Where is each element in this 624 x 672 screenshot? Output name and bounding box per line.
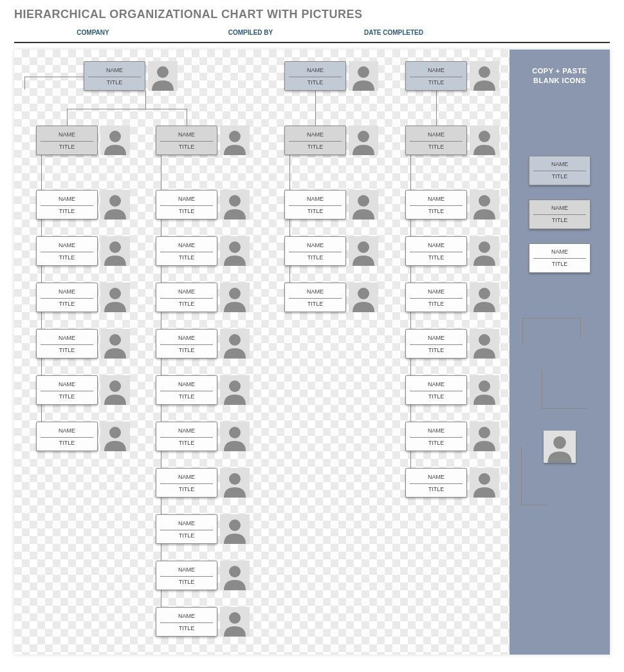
- card-name-field[interactable]: NAME: [410, 196, 463, 206]
- card-title-field[interactable]: TITLE: [59, 301, 75, 307]
- employee-card[interactable]: NAME TITLE: [156, 514, 217, 544]
- card-title-field[interactable]: TITLE: [428, 486, 445, 492]
- card-title-field[interactable]: TITLE: [59, 393, 75, 400]
- blank-avatar-icon[interactable]: [544, 431, 576, 463]
- manager-card[interactable]: NAME TITLE: [36, 126, 98, 155]
- card-title-field[interactable]: TITLE: [307, 208, 324, 214]
- card-title-field[interactable]: TITLE: [59, 440, 75, 446]
- employee-card[interactable]: NAME TITLE: [36, 375, 98, 405]
- card-name-field[interactable]: NAME: [410, 242, 463, 252]
- card-name-field[interactable]: NAME: [289, 288, 342, 299]
- card-name-field[interactable]: NAME: [41, 131, 93, 142]
- card-name-field[interactable]: NAME: [160, 242, 213, 252]
- card-title-field[interactable]: TITLE: [428, 144, 445, 150]
- header-company[interactable]: COMPANY: [14, 29, 172, 42]
- employee-card[interactable]: NAME TITLE: [36, 190, 98, 219]
- card-name-field[interactable]: NAME: [410, 381, 463, 391]
- card-name-field[interactable]: NAME: [41, 288, 93, 299]
- card-name-field[interactable]: NAME: [160, 381, 213, 391]
- card-title-field[interactable]: TITLE: [179, 393, 195, 400]
- header-date-completed[interactable]: DATE COMPLETED: [329, 29, 458, 42]
- card-name-field[interactable]: NAME: [289, 196, 342, 206]
- employee-card[interactable]: NAME TITLE: [156, 561, 217, 590]
- card-name-field[interactable]: NAME: [160, 131, 213, 142]
- header-compiled-by[interactable]: COMPILED BY: [172, 29, 329, 42]
- employee-card[interactable]: NAME TITLE: [405, 468, 467, 498]
- manager-card[interactable]: NAME TITLE: [284, 126, 346, 155]
- card-name-field[interactable]: NAME: [289, 131, 342, 142]
- card-title-field[interactable]: TITLE: [59, 347, 75, 353]
- employee-card[interactable]: NAME TITLE: [405, 329, 467, 359]
- card-title-field[interactable]: TITLE: [179, 532, 195, 539]
- card-name-field[interactable]: NAME: [160, 474, 213, 484]
- employee-card[interactable]: NAME TITLE: [405, 375, 467, 405]
- card-title-field[interactable]: TITLE: [307, 301, 324, 307]
- card-title-field[interactable]: TITLE: [179, 144, 195, 150]
- manager-card[interactable]: NAME TITLE: [405, 126, 467, 155]
- card-name-field[interactable]: NAME: [41, 381, 93, 391]
- card-title-field[interactable]: TITLE: [107, 79, 123, 86]
- card-name-field[interactable]: NAME: [410, 427, 463, 438]
- ceo-card[interactable]: NAME TITLE: [405, 61, 467, 91]
- card-title-field[interactable]: TITLE: [428, 347, 445, 353]
- card-name-field[interactable]: NAME: [160, 335, 213, 345]
- card-title-field[interactable]: TITLE: [552, 261, 568, 267]
- ceo-card[interactable]: NAME TITLE: [284, 61, 346, 91]
- card-title-field[interactable]: TITLE: [179, 440, 195, 446]
- card-title-field[interactable]: TITLE: [307, 254, 324, 261]
- employee-card[interactable]: NAME TITLE: [156, 607, 217, 637]
- card-name-field[interactable]: NAME: [410, 335, 463, 345]
- employee-card[interactable]: NAME TITLE: [156, 468, 217, 498]
- card-name-field[interactable]: NAME: [88, 67, 141, 77]
- card-title-field[interactable]: TITLE: [428, 254, 445, 261]
- employee-card[interactable]: NAME TITLE: [284, 236, 346, 266]
- card-title-field[interactable]: TITLE: [428, 208, 445, 214]
- employee-card[interactable]: NAME TITLE: [36, 236, 98, 266]
- card-title-field[interactable]: TITLE: [428, 79, 445, 86]
- card-name-field[interactable]: NAME: [410, 131, 463, 142]
- employee-card[interactable]: NAME TITLE: [405, 236, 467, 266]
- card-name-field[interactable]: NAME: [533, 161, 586, 171]
- card-title-field[interactable]: TITLE: [307, 144, 324, 150]
- card-title-field[interactable]: TITLE: [552, 173, 568, 180]
- card-name-field[interactable]: NAME: [160, 613, 213, 623]
- employee-card[interactable]: NAME TITLE: [156, 236, 217, 266]
- card-title-field[interactable]: TITLE: [179, 208, 195, 214]
- card-title-field[interactable]: TITLE: [59, 144, 75, 150]
- employee-card[interactable]: NAME TITLE: [156, 375, 217, 405]
- employee-card[interactable]: NAME TITLE: [284, 283, 346, 312]
- manager-card[interactable]: NAME TITLE: [156, 126, 217, 155]
- employee-card[interactable]: NAME TITLE: [284, 190, 346, 219]
- employee-card[interactable]: NAME TITLE: [405, 190, 467, 219]
- blank-ceo-card[interactable]: NAME TITLE: [529, 156, 591, 185]
- card-title-field[interactable]: TITLE: [179, 301, 195, 307]
- card-title-field[interactable]: TITLE: [59, 254, 75, 261]
- employee-card[interactable]: NAME TITLE: [156, 422, 217, 451]
- card-name-field[interactable]: NAME: [160, 427, 213, 438]
- card-name-field[interactable]: NAME: [410, 67, 463, 77]
- card-title-field[interactable]: TITLE: [179, 347, 195, 353]
- card-title-field[interactable]: TITLE: [179, 579, 195, 585]
- card-title-field[interactable]: TITLE: [428, 301, 445, 307]
- ceo-card[interactable]: NAME TITLE: [84, 61, 145, 91]
- card-title-field[interactable]: TITLE: [59, 208, 75, 214]
- card-name-field[interactable]: NAME: [533, 248, 586, 259]
- employee-card[interactable]: NAME TITLE: [156, 283, 217, 312]
- card-name-field[interactable]: NAME: [41, 427, 93, 438]
- card-name-field[interactable]: NAME: [289, 242, 342, 252]
- card-title-field[interactable]: TITLE: [307, 79, 324, 86]
- card-name-field[interactable]: NAME: [289, 67, 342, 77]
- card-title-field[interactable]: TITLE: [552, 217, 568, 223]
- card-name-field[interactable]: NAME: [160, 520, 213, 530]
- employee-card[interactable]: NAME TITLE: [36, 422, 98, 451]
- card-name-field[interactable]: NAME: [410, 288, 463, 299]
- card-name-field[interactable]: NAME: [41, 196, 93, 206]
- blank-manager-card[interactable]: NAME TITLE: [529, 200, 591, 229]
- card-title-field[interactable]: TITLE: [428, 440, 445, 446]
- employee-card[interactable]: NAME TITLE: [405, 422, 467, 451]
- card-name-field[interactable]: NAME: [41, 242, 93, 252]
- blank-employee-card[interactable]: NAME TITLE: [529, 243, 591, 273]
- card-title-field[interactable]: TITLE: [428, 393, 445, 400]
- card-title-field[interactable]: TITLE: [179, 254, 195, 261]
- card-name-field[interactable]: NAME: [160, 288, 213, 299]
